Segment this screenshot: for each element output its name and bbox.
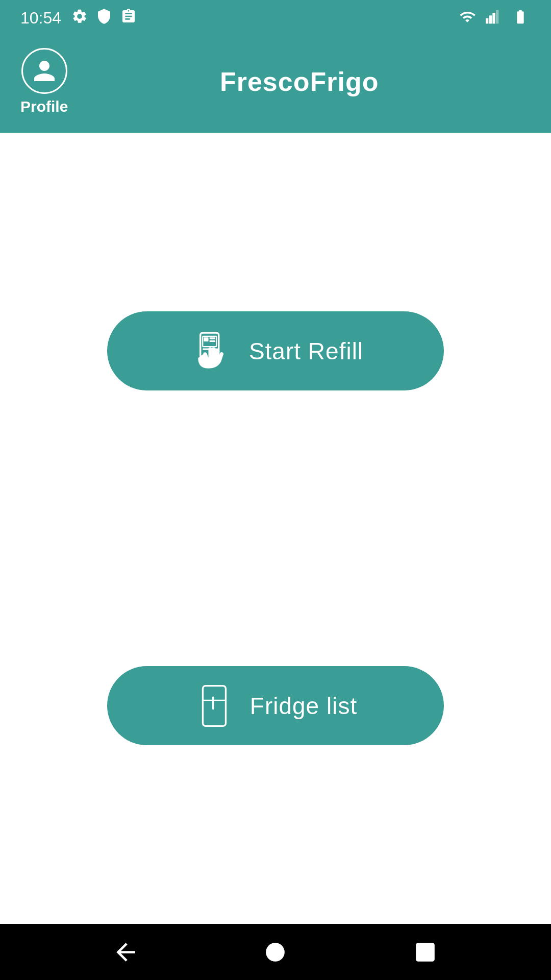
- battery-icon: [510, 9, 531, 27]
- start-refill-button[interactable]: Start Refill: [107, 311, 444, 390]
- status-time: 10:54: [20, 9, 61, 28]
- svg-rect-0: [486, 18, 488, 24]
- profile-section[interactable]: Profile: [20, 48, 68, 115]
- home-icon: [261, 938, 289, 966]
- start-refill-icon: [188, 328, 234, 374]
- status-left: 10:54: [20, 8, 137, 28]
- clipboard-icon: [120, 8, 137, 28]
- shield-icon: [96, 8, 112, 28]
- home-button[interactable]: [256, 933, 294, 971]
- svg-rect-14: [416, 943, 435, 962]
- svg-rect-7: [210, 337, 215, 339]
- fridge-list-icon: [194, 683, 235, 729]
- svg-rect-10: [203, 685, 226, 726]
- signal-icon: [486, 9, 502, 27]
- wifi-icon: [457, 9, 478, 27]
- main-content: Start Refill Fridge list: [0, 133, 551, 924]
- recent-button[interactable]: [406, 933, 444, 971]
- fridge-list-button[interactable]: Fridge list: [107, 666, 444, 745]
- start-refill-label: Start Refill: [249, 337, 363, 365]
- svg-rect-1: [489, 15, 492, 23]
- profile-icon: [29, 56, 60, 86]
- settings-icon: [71, 8, 88, 28]
- svg-rect-8: [210, 340, 215, 341]
- status-icons: [71, 8, 137, 28]
- nav-bar: [0, 924, 551, 980]
- profile-label: Profile: [20, 98, 68, 115]
- status-right: [457, 9, 531, 27]
- svg-rect-3: [496, 10, 498, 24]
- app-header: Profile FrescoFrigo: [0, 36, 551, 133]
- profile-avatar[interactable]: [21, 48, 67, 94]
- back-button[interactable]: [107, 933, 145, 971]
- svg-point-13: [266, 943, 285, 962]
- recent-icon: [411, 938, 439, 966]
- fridge-list-label: Fridge list: [250, 692, 357, 720]
- status-bar: 10:54: [0, 0, 551, 36]
- back-icon: [112, 938, 140, 966]
- svg-rect-2: [492, 13, 495, 23]
- svg-rect-6: [204, 337, 208, 341]
- app-title: FrescoFrigo: [68, 66, 531, 97]
